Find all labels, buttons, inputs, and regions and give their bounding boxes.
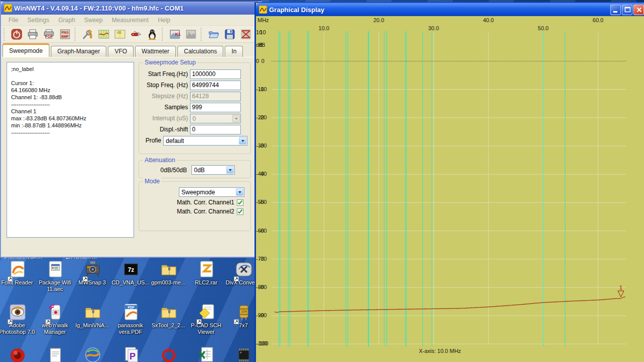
checkbox-math-corr-channel2[interactable] <box>237 208 243 215</box>
svg-text:dB: dB <box>117 31 121 34</box>
pdf-print-icon[interactable]: PDF <box>41 27 56 42</box>
x-tick-label: 20.0 <box>371 17 387 23</box>
png-bmp-export-icon[interactable]: PNGBMP <box>57 27 73 42</box>
y-tick-label-right: -40 <box>256 171 272 177</box>
mode-combo[interactable]: Sweepmode <box>179 187 244 197</box>
field-label: Profie <box>140 137 163 144</box>
attenuation-combo[interactable]: 0dB <box>191 165 235 175</box>
swiss-knife-icon[interactable] <box>128 27 144 42</box>
menu-settings[interactable]: Settings <box>23 16 53 25</box>
field-input-stepsize-hz[interactable] <box>190 92 241 101</box>
desktop-icon-cd-vna-us[interactable]: 7zCD_VNA_US... <box>109 260 153 286</box>
db-scale-icon[interactable]: dB <box>112 27 127 42</box>
checkbox-row: Math. Corr. Channel2 <box>139 208 243 215</box>
desktop-icon-label: SxTool_2_2... <box>147 322 189 329</box>
desktop-icon-label: Package Wifi 11.aec <box>34 279 76 293</box>
image-gray-icon[interactable] <box>183 27 199 42</box>
menu-measurement[interactable]: Measurement <box>107 16 153 25</box>
x-tick-label: 40.0 <box>481 17 496 23</box>
field-input-stop-freq-hz[interactable] <box>190 81 241 90</box>
desktop-icon-globe[interactable] <box>71 345 114 362</box>
y-tick-label-right: 0 <box>256 58 272 64</box>
desktop-icon-ig-minivna[interactable]: Ig_MiniVNA... <box>71 303 114 329</box>
red-disc-icon <box>9 345 27 362</box>
field-input-start-freq-hz[interactable] <box>190 69 241 79</box>
y-tick-label-right: 10 <box>256 29 272 35</box>
toolbar-separator <box>162 28 165 41</box>
desktop-icon-label: Adobe Photoshop 7.0 <box>0 322 38 335</box>
excel-icon <box>198 345 216 362</box>
desktop-icon-mwsnap-3[interactable]: MWSnap 3 <box>71 260 114 286</box>
winnwt4-titlebar[interactable]: WinNWT4 - V.4.09.14 - FW:2.110:V00 - hfm… <box>1 2 261 15</box>
camera-icon <box>84 260 102 278</box>
minimize-button[interactable] <box>610 5 621 15</box>
pcad-icon <box>198 303 216 321</box>
svg-text:K1: K1 <box>175 32 181 37</box>
menu-help[interactable]: Help <box>153 16 175 25</box>
close-button[interactable] <box>633 5 644 15</box>
menu-sweep[interactable]: Sweep <box>80 16 107 25</box>
tab-wattmeter[interactable]: Wattmeter <box>135 46 176 57</box>
winnwt-app-icon <box>4 4 12 12</box>
group-title: Sweepmode Setup <box>143 59 197 66</box>
tab-graph-manager[interactable]: Graph-Manager <box>51 46 107 57</box>
x-tick-label: 60.0 <box>591 17 606 23</box>
field-row-displ-shift: Displ.-shift <box>140 124 247 134</box>
image-k1-icon[interactable]: K1 <box>167 27 182 42</box>
chevron-down-icon[interactable] <box>239 137 246 144</box>
cursor-1-marker-icon[interactable] <box>618 291 624 297</box>
combo-value: 0dB <box>194 167 205 174</box>
y-tick-label-right: -90 <box>256 312 272 318</box>
field-input-displ-shift[interactable] <box>190 125 241 134</box>
toolbar-separator <box>201 28 204 41</box>
chevron-down-icon[interactable] <box>236 188 243 196</box>
info-line: 64.166080 MHz <box>11 87 130 94</box>
desktop-icon-label: P-CAD SCH Viewer <box>185 322 227 335</box>
menu-graph[interactable]: Graph <box>54 16 80 25</box>
chevron-down-icon[interactable] <box>232 115 240 122</box>
tab-calculations[interactable]: Calculations <box>177 46 223 57</box>
graphical-display-titlebar[interactable]: Graphical Display <box>256 3 644 16</box>
sevenz-icon: 7z <box>122 260 140 278</box>
combo-value: 0 <box>192 115 196 122</box>
menu-file[interactable]: File <box>4 16 23 25</box>
tools-icon[interactable] <box>80 27 95 42</box>
cursor-1-label: 1 <box>619 284 622 291</box>
tab-vfo[interactable]: VFO <box>108 46 134 57</box>
svg-text:7z: 7z <box>128 266 135 273</box>
desktop-icon-gpm003-me[interactable]: gpm003-me... <box>147 260 190 286</box>
sweep-chart[interactable]: 1 MHzdBdB10.020.030.040.050.060.0101000-… <box>256 16 644 362</box>
graph-window-icon[interactable] <box>96 27 111 42</box>
graphical-display-window: Graphical Display 1 MHzdBdB10.020.030.04… <box>254 2 644 362</box>
pdf-icon: PDF <box>122 303 140 321</box>
combo-profie[interactable]: default <box>163 136 247 146</box>
maximize-button[interactable] <box>622 5 632 15</box>
svg-text:PDF: PDF <box>45 35 53 38</box>
printer-icon[interactable] <box>25 27 40 42</box>
chart-canvas: 1 <box>256 16 644 362</box>
tab-sweepmode[interactable]: Sweepmode <box>3 43 49 57</box>
tux-penguin-icon[interactable] <box>145 27 160 42</box>
desktop-icon-red-ring[interactable] <box>147 345 190 362</box>
power-icon[interactable] <box>9 27 24 42</box>
shortcut-arrow-icon <box>45 317 50 322</box>
save-icon[interactable] <box>222 27 237 42</box>
desktop-icon-panasonik-vera-pdf[interactable]: PDFpanasonik vera.PDF <box>109 303 153 335</box>
sweep-x-icon[interactable] <box>238 27 253 42</box>
x-tick-label: 50.0 <box>536 25 551 31</box>
field-input-samples[interactable] <box>190 103 241 112</box>
component-icon: 104 <box>235 303 253 321</box>
svg-text:PDF: PDF <box>128 306 135 309</box>
desktop-icon-sxtool-2-2[interactable]: SxTool_2_2... <box>147 303 190 329</box>
attenuation-group: Attenuation 0dB/50dB 0dB <box>139 160 251 178</box>
checkbox-math-corr-channel1[interactable] <box>237 199 243 206</box>
chip-icon <box>235 345 253 362</box>
folder-open-icon[interactable] <box>206 27 221 42</box>
zip-folder-icon <box>160 260 178 278</box>
tab-in[interactable]: In <box>225 46 243 57</box>
desktop-icon-pcad-p[interactable]: P <box>109 345 153 362</box>
combo-interrupt-us[interactable]: 0 <box>190 114 241 123</box>
chevron-down-icon[interactable] <box>226 166 234 174</box>
zip-folder-icon <box>160 303 178 321</box>
info-line: --------------------- <box>11 101 130 108</box>
